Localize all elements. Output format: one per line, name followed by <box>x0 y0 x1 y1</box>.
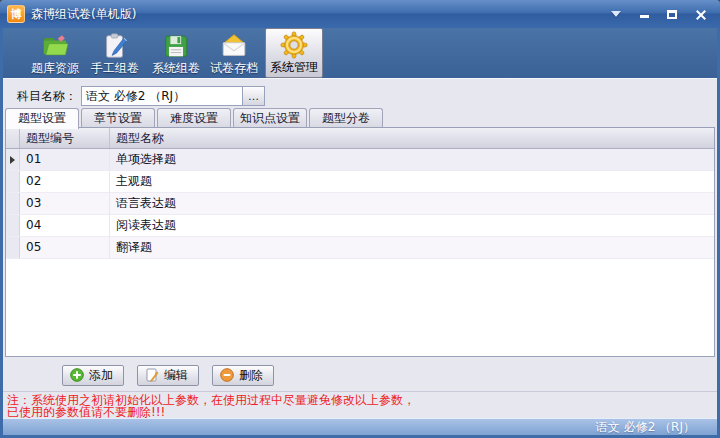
window-controls <box>609 7 713 21</box>
row-indicator-header <box>6 128 20 148</box>
cell-code: 05 <box>20 237 110 258</box>
toolbar-item-label: 题库资源 <box>31 62 79 75</box>
cell-code: 02 <box>20 171 110 192</box>
add-plus-icon <box>70 368 84 382</box>
question-type-grid: 题型编号 题型名称 01 单项选择题 02 主观题 03 语言表达题 04 <box>5 127 715 357</box>
subject-row: 科目名称： 语文 必修2 （RJ） … <box>17 86 265 106</box>
folder-icon <box>40 31 70 61</box>
table-row[interactable]: 05 翻译题 <box>6 237 714 259</box>
cell-name: 主观题 <box>110 171 714 192</box>
column-header-code[interactable]: 题型编号 <box>20 128 110 148</box>
tab-difficulty-settings[interactable]: 难度设置 <box>157 108 231 128</box>
status-bar: 语文 必修2 （RJ） <box>3 418 717 435</box>
cell-code: 01 <box>20 149 110 170</box>
subject-browse-button[interactable]: … <box>243 86 265 106</box>
tab-question-type-split[interactable]: 题型分卷 <box>309 108 383 128</box>
window-title: 森博组试卷(单机版) <box>31 6 136 23</box>
cell-name: 单项选择题 <box>110 149 714 170</box>
cell-name: 翻译题 <box>110 237 714 258</box>
clipboard-pen-icon <box>100 31 130 61</box>
cell-name: 阅读表达题 <box>110 215 714 236</box>
toolbar-item-label: 系统组卷 <box>152 62 200 75</box>
settings-tabstrip: 题型设置 章节设置 难度设置 知识点设置 题型分卷 <box>5 108 715 128</box>
cell-name: 语言表达题 <box>110 193 714 214</box>
add-button-label: 添加 <box>89 367 113 384</box>
content-panel: 科目名称： 语文 必修2 （RJ） … 题型设置 章节设置 难度设置 知识点设置… <box>3 78 717 418</box>
subject-name-field[interactable]: 语文 必修2 （RJ） <box>81 86 243 106</box>
tab-question-type-settings[interactable]: 题型设置 <box>5 108 79 129</box>
envelope-icon <box>219 31 249 61</box>
edit-button-label: 编辑 <box>164 367 188 384</box>
app-logo-icon: 博 <box>7 5 25 23</box>
toolbar-item-label: 手工组卷 <box>91 62 139 75</box>
close-button[interactable] <box>693 7 707 21</box>
warning-note: 注：系统使用之初请初始化以上参数，在使用过程中尽量避免修改以上参数， 已使用的参… <box>3 391 717 418</box>
main-toolbar: 题库资源 手工组卷 系统组卷 <box>3 28 717 78</box>
toolbar-item-system-assemble[interactable]: 系统组卷 <box>147 28 205 78</box>
toolbar-item-label: 系统管理 <box>270 61 318 74</box>
edit-pencil-icon <box>145 368 159 382</box>
add-button[interactable]: 添加 <box>62 365 124 386</box>
toolbar-item-manual-assemble[interactable]: 手工组卷 <box>86 28 144 78</box>
maximize-button[interactable] <box>665 7 679 21</box>
title-bar: 博 森博组试卷(单机版) <box>0 0 720 28</box>
delete-button-label: 删除 <box>239 367 263 384</box>
action-button-bar: 添加 编辑 删除 <box>5 362 715 388</box>
toolbar-item-label: 试卷存档 <box>210 62 258 75</box>
table-row[interactable]: 04 阅读表达题 <box>6 215 714 237</box>
cell-code: 04 <box>20 215 110 236</box>
table-row[interactable]: 02 主观题 <box>6 171 714 193</box>
delete-button[interactable]: 删除 <box>212 365 274 386</box>
tab-knowledge-point-settings[interactable]: 知识点设置 <box>233 108 307 128</box>
grid-header: 题型编号 题型名称 <box>6 128 714 149</box>
floppy-disk-icon <box>161 31 191 61</box>
delete-minus-icon <box>220 368 234 382</box>
gear-icon <box>279 30 309 60</box>
skin-dropdown-icon[interactable] <box>609 7 623 21</box>
edit-button[interactable]: 编辑 <box>137 365 199 386</box>
minimize-button[interactable] <box>637 7 651 21</box>
column-header-name[interactable]: 题型名称 <box>110 128 714 148</box>
subject-name-label: 科目名称： <box>17 88 77 105</box>
app-window: 博 森博组试卷(单机版) 题库资源 手 <box>0 0 720 438</box>
current-row-marker-icon <box>6 149 20 170</box>
toolbar-item-system-manage[interactable]: 系统管理 <box>265 28 323 78</box>
table-row[interactable]: 01 单项选择题 <box>6 149 714 171</box>
warning-note-line2: 已使用的参数值请不要删除!!! <box>7 406 713 418</box>
cell-code: 03 <box>20 193 110 214</box>
toolbar-item-question-bank[interactable]: 题库资源 <box>26 28 84 78</box>
toolbar-item-paper-archive[interactable]: 试卷存档 <box>205 28 263 78</box>
tab-chapter-settings[interactable]: 章节设置 <box>81 108 155 128</box>
status-subject-text: 语文 必修2 （RJ） <box>596 419 695 436</box>
table-row[interactable]: 03 语言表达题 <box>6 193 714 215</box>
